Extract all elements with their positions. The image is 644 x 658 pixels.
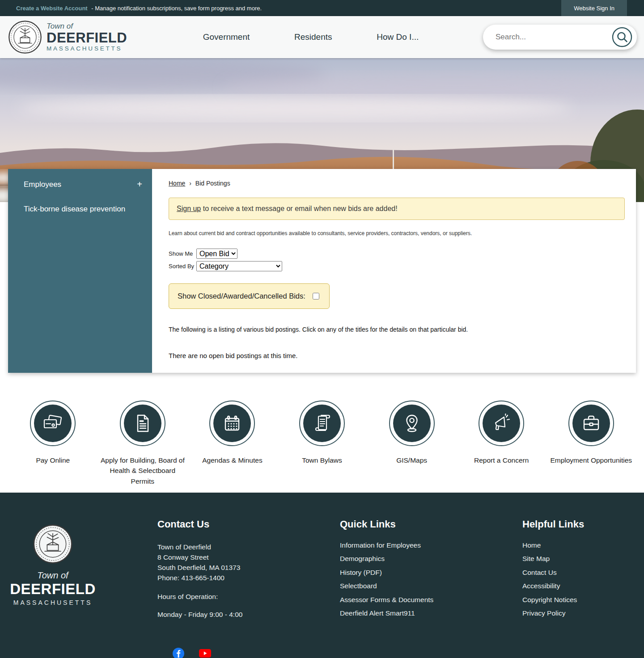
site-logo[interactable]: Town of DEERFIELD MASSACHUSETTS: [8, 20, 148, 54]
contact-phone: Phone: 413-665-1400: [157, 573, 340, 583]
search-icon: [612, 27, 632, 47]
nav-how-do-i[interactable]: How Do I...: [374, 32, 421, 42]
hours-label: Hours of Operation:: [157, 593, 340, 601]
footer-brand: Town of DEERFIELD MASSACHUSETTS: [8, 519, 157, 658]
map-pin-icon: [393, 405, 431, 442]
sign-up-link[interactable]: Sign up: [177, 205, 201, 212]
sidebar-item-label: Employees: [24, 180, 61, 189]
quick-action-apply-permits[interactable]: Apply for Building, Board of Health & Se…: [98, 401, 188, 486]
quick-action-report-concern[interactable]: Report a Concern: [457, 401, 547, 486]
footer-quick-links: Quick Links Information for Employees De…: [340, 519, 522, 658]
search-button[interactable]: [612, 27, 637, 47]
sorted-by-select[interactable]: Category: [196, 261, 282, 271]
hours-value: Monday - Friday 9:00 - 4:00: [157, 611, 340, 619]
show-me-label: Show Me: [169, 250, 196, 257]
content-card: Home › Bid Postings Sign up to receive a…: [152, 169, 636, 373]
sidebar-item-tick-borne[interactable]: Tick-borne disease prevention: [8, 197, 152, 221]
briefcase-icon: [572, 405, 610, 442]
footer-contact-section: Contact Us Town of Deerfield 8 Conway St…: [157, 519, 340, 658]
site-title: Town of DEERFIELD MASSACHUSETTS: [47, 22, 127, 52]
link-site-map[interactable]: Site Map: [522, 555, 550, 562]
signup-notice-text: to receive a text message or email when …: [201, 205, 397, 212]
account-promo-text: - Manage notification subscriptions, sav…: [91, 5, 262, 12]
show-closed-bids-label: Show Closed/Awarded/Cancelled Bids:: [178, 292, 305, 300]
left-sidebar: Employees + Tick-borne disease preventio…: [8, 169, 152, 373]
link-contact-us[interactable]: Contact Us: [522, 569, 557, 576]
credit-card-icon: [34, 405, 72, 442]
create-account-link[interactable]: Create a Website Account: [16, 5, 88, 12]
megaphone-icon: [483, 405, 520, 442]
show-closed-bids-box: Show Closed/Awarded/Cancelled Bids:: [169, 283, 330, 309]
link-home[interactable]: Home: [522, 541, 541, 549]
contact-city: South Deerfield, MA 01373: [157, 562, 340, 573]
quick-action-label: Town Bylaws: [302, 455, 342, 465]
no-bids-message: There are no open bid postings at this t…: [169, 352, 625, 359]
link-information-for-employees[interactable]: Information for Employees: [340, 541, 421, 549]
link-accessibility[interactable]: Accessibility: [522, 582, 560, 590]
footer-helpful-links: Helpful Links Home Site Map Contact Us A…: [522, 519, 584, 658]
brand-town: Town of: [47, 22, 127, 30]
breadcrumb-home-link[interactable]: Home: [169, 180, 185, 187]
quick-action-gis-maps[interactable]: GIS/Maps: [367, 401, 457, 486]
main-nav: Government Residents How Do I...: [148, 32, 483, 42]
breadcrumb: Home › Bid Postings: [169, 180, 625, 187]
breadcrumb-current: Bid Postings: [195, 180, 230, 187]
link-selectboard[interactable]: Selectboard: [340, 582, 377, 590]
sorted-by-label: Sorted By: [169, 263, 196, 270]
link-history-pdf[interactable]: History (PDF): [340, 569, 382, 576]
listing-description: The following is a listing of various bi…: [169, 326, 625, 333]
link-copyright-notices[interactable]: Copyright Notices: [522, 596, 577, 603]
quick-action-label: GIS/Maps: [396, 455, 427, 465]
link-demographics[interactable]: Demographics: [340, 555, 385, 562]
show-closed-bids-checkbox[interactable]: [313, 293, 319, 299]
youtube-icon[interactable]: [199, 649, 211, 658]
breadcrumb-separator: ›: [189, 180, 191, 187]
helpful-links-title: Helpful Links: [522, 519, 584, 530]
contact-street: 8 Conway Street: [157, 552, 340, 562]
top-utility-bar: Create a Website Account - Manage notifi…: [0, 0, 644, 16]
content-region: Employees + Tick-borne disease preventio…: [8, 169, 636, 373]
footer-town-seal-icon: [33, 524, 73, 564]
sidebar-item-employees[interactable]: Employees +: [8, 172, 152, 197]
contact-org: Town of Deerfield: [157, 542, 340, 552]
link-privacy-policy[interactable]: Privacy Policy: [522, 609, 565, 617]
quick-action-label: Apply for Building, Board of Health & Se…: [98, 455, 187, 486]
quick-action-label: Employment Opportunities: [550, 455, 632, 465]
show-me-select[interactable]: Open Bids: [196, 249, 237, 259]
contact-us-title: Contact Us: [157, 519, 340, 530]
quick-actions-row: Pay Online Apply for Building, Board of …: [0, 373, 644, 493]
link-assessor-forms[interactable]: Assessor Forms & Documents: [340, 596, 433, 603]
search-bar: [483, 25, 637, 50]
expand-plus-icon[interactable]: +: [137, 179, 142, 190]
quick-action-agendas-minutes[interactable]: Agendas & Minutes: [187, 401, 277, 486]
link-deerfield-alert[interactable]: Deerfield Alert Smart911: [340, 609, 415, 617]
site-header: Town of DEERFIELD MASSACHUSETTS Governme…: [0, 16, 644, 58]
quick-action-label: Agendas & Minutes: [202, 455, 262, 465]
signup-notice: Sign up to receive a text message or ema…: [169, 198, 625, 220]
quick-action-pay-online[interactable]: Pay Online: [8, 401, 98, 486]
nav-government[interactable]: Government: [200, 32, 253, 42]
website-sign-in-button[interactable]: Website Sign In: [561, 0, 627, 16]
search-input[interactable]: [495, 32, 612, 42]
document-icon: [124, 405, 161, 442]
facebook-icon[interactable]: [173, 648, 184, 658]
sorted-by-row: Sorted By Category: [169, 261, 625, 271]
scroll-icon: [303, 405, 341, 442]
intro-text: Learn about current bid and contract opp…: [169, 230, 625, 236]
quick-action-employment[interactable]: Employment Opportunities: [546, 401, 636, 486]
quick-action-label: Pay Online: [36, 455, 70, 465]
brand-state: MASSACHUSETTS: [47, 46, 127, 52]
footer-brand-town: Town of: [37, 570, 68, 581]
footer-brand-name: DEERFIELD: [10, 581, 96, 598]
page: Create a Website Account - Manage notifi…: [0, 0, 644, 658]
sidebar-item-label: Tick-borne disease prevention: [24, 205, 125, 214]
quick-action-town-bylaws[interactable]: Town Bylaws: [277, 401, 367, 486]
footer: Town of DEERFIELD MASSACHUSETTS Contact …: [0, 493, 644, 658]
quick-links-title: Quick Links: [340, 519, 522, 530]
nav-residents[interactable]: Residents: [292, 32, 335, 42]
town-seal-icon: [8, 20, 42, 54]
brand-name: DEERFIELD: [47, 30, 127, 45]
social-links: [173, 648, 211, 658]
footer-brand-state: MASSACHUSETTS: [13, 599, 92, 606]
quick-action-label: Report a Concern: [474, 455, 529, 465]
